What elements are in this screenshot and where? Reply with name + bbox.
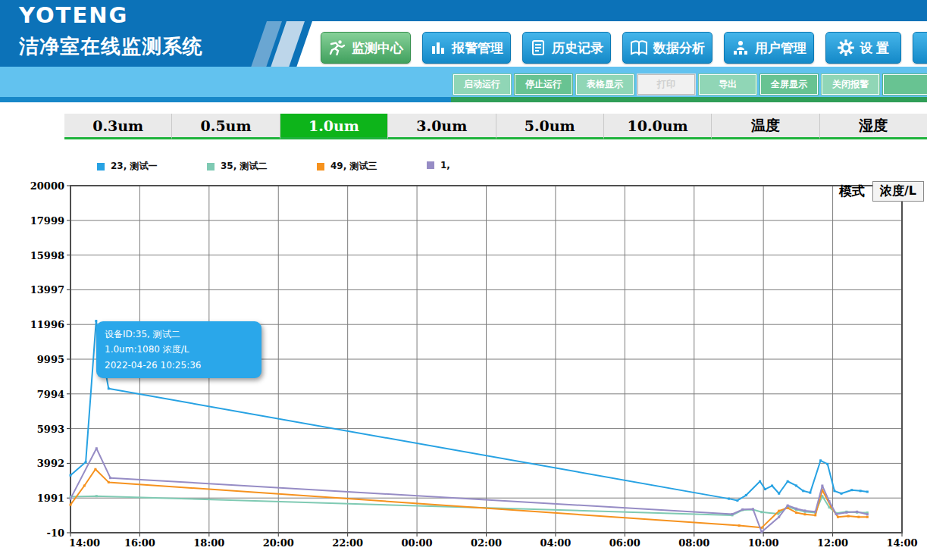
data-point-device-1[interactable] <box>787 505 789 507</box>
tooltip-device-line: 设备ID:35, 测试二 <box>105 327 253 342</box>
y-axis-label: 15998 <box>30 250 64 261</box>
legend-swatch <box>97 163 105 171</box>
data-point-device-1[interactable] <box>70 498 72 500</box>
data-point-device-1[interactable] <box>821 484 823 486</box>
data-point-device-1[interactable] <box>731 513 734 515</box>
data-point-device-49[interactable] <box>778 510 780 512</box>
x-axis-label: 16:00 <box>124 537 155 549</box>
data-point-device-49[interactable] <box>94 468 96 471</box>
y-axis-label: 7994 <box>37 389 64 400</box>
data-point-device-1[interactable] <box>828 500 831 502</box>
data-point-device-23[interactable] <box>826 463 828 465</box>
legend-item-device-49[interactable]: 49, 测试三 <box>317 160 377 173</box>
data-point-device-23[interactable] <box>809 492 811 494</box>
data-point-device-49[interactable] <box>804 513 806 515</box>
series-line-device-1[interactable] <box>70 449 867 532</box>
data-point-device-23[interactable] <box>736 499 738 502</box>
data-point-device-23[interactable] <box>728 498 730 500</box>
data-point-device-1[interactable] <box>866 513 869 515</box>
data-point-device-23[interactable] <box>802 490 804 492</box>
data-point-device-1[interactable] <box>778 516 780 518</box>
data-point-device-23[interactable] <box>95 320 97 322</box>
data-point-device-49[interactable] <box>70 504 72 506</box>
data-point-device-23[interactable] <box>759 480 761 483</box>
data-point-device-49[interactable] <box>738 524 741 527</box>
chart-tooltip: 设备ID:35, 测试二 1.0um:1080 浓度/L 2022-04-26 … <box>96 321 262 378</box>
mode-label: 模式 <box>839 183 865 200</box>
data-point-device-49[interactable] <box>847 515 850 518</box>
data-point-device-1[interactable] <box>804 509 806 512</box>
data-point-device-23[interactable] <box>764 488 766 490</box>
y-axis-label: 20000 <box>30 180 64 192</box>
data-point-device-49[interactable] <box>795 512 797 514</box>
legend-item-device-35[interactable]: 35, 测试二 <box>207 160 267 173</box>
data-point-device-23[interactable] <box>795 484 797 486</box>
data-point-device-1[interactable] <box>96 447 98 449</box>
y-axis-label: 9995 <box>37 354 64 365</box>
x-axis-label: 00:00 <box>402 537 433 549</box>
legend-label: 49, 测试三 <box>330 160 377 173</box>
data-point-device-23[interactable] <box>841 493 843 495</box>
x-axis-label: 12:00 <box>817 537 848 549</box>
data-point-device-23[interactable] <box>850 489 853 491</box>
legend-label: 23, 测试一 <box>111 160 157 173</box>
data-point-device-1[interactable] <box>795 508 797 510</box>
y-axis-label: 1991 <box>37 493 64 504</box>
data-point-device-1[interactable] <box>741 508 744 511</box>
mode-selector: 模式 浓度/L <box>839 181 924 202</box>
data-point-device-1[interactable] <box>752 508 754 510</box>
tooltip-value-line: 1.0um:1080 浓度/L <box>105 342 253 357</box>
y-axis-label: 13997 <box>30 284 64 296</box>
data-point-device-35[interactable] <box>760 511 763 513</box>
data-point-device-23[interactable] <box>108 387 110 389</box>
x-axis-label: 14:00 <box>69 537 100 549</box>
x-axis-label: 14:00 <box>887 537 918 549</box>
y-axis-label: 17999 <box>30 215 64 227</box>
legend-swatch <box>427 161 434 169</box>
data-point-device-23[interactable] <box>866 490 869 493</box>
data-point-device-49[interactable] <box>837 516 839 518</box>
legend-label: 1, <box>440 160 450 171</box>
data-point-device-23[interactable] <box>860 490 862 492</box>
data-point-device-23[interactable] <box>833 490 835 492</box>
x-axis-label: 04:00 <box>540 537 571 549</box>
data-point-device-23[interactable] <box>745 494 747 496</box>
x-axis-label: 02:00 <box>471 537 502 549</box>
legend-swatch <box>207 163 215 171</box>
tooltip-time-line: 2022-04-26 10:25:36 <box>105 358 253 373</box>
data-point-device-23[interactable] <box>778 493 780 495</box>
data-point-device-49[interactable] <box>866 516 869 518</box>
legend-item-device-23[interactable]: 23, 测试一 <box>97 160 157 173</box>
data-point-device-49[interactable] <box>108 481 110 483</box>
x-axis-label: 08:00 <box>678 537 709 549</box>
x-axis-label: 20:00 <box>263 537 294 549</box>
y-axis-label: -10 <box>47 527 65 539</box>
legend-swatch <box>317 163 324 171</box>
data-point-device-49[interactable] <box>814 514 816 516</box>
data-point-device-23[interactable] <box>787 480 789 483</box>
data-point-device-1[interactable] <box>760 531 763 533</box>
mode-value-select[interactable]: 浓度/L <box>872 181 924 202</box>
data-point-device-1[interactable] <box>814 511 816 513</box>
data-point-device-35[interactable] <box>96 495 98 497</box>
x-axis-label: 10:00 <box>748 537 779 549</box>
data-point-device-1[interactable] <box>109 477 111 479</box>
x-axis-label: 22:00 <box>332 537 363 549</box>
data-point-device-49[interactable] <box>83 484 86 486</box>
chart-svg: -101991399259937994999511996139971599817… <box>0 0 927 560</box>
x-axis-label: 18:00 <box>193 537 224 549</box>
data-point-device-49[interactable] <box>857 516 860 518</box>
data-point-device-1[interactable] <box>856 511 858 513</box>
data-point-device-23[interactable] <box>70 474 72 477</box>
legend-item-device-1[interactable]: 1, <box>427 160 450 171</box>
data-point-device-23[interactable] <box>819 459 822 461</box>
x-axis-label: 06:00 <box>609 537 640 549</box>
data-point-device-23[interactable] <box>85 461 87 463</box>
y-axis-label: 5993 <box>37 424 64 435</box>
data-point-device-1[interactable] <box>845 512 847 514</box>
data-point-device-23[interactable] <box>771 484 773 486</box>
y-axis-label: 3992 <box>37 458 64 469</box>
data-point-device-1[interactable] <box>835 513 838 515</box>
y-axis-label: 11996 <box>30 319 64 330</box>
chart-legend: 23, 测试一 35, 测试二 49, 测试三 1, <box>0 160 927 172</box>
